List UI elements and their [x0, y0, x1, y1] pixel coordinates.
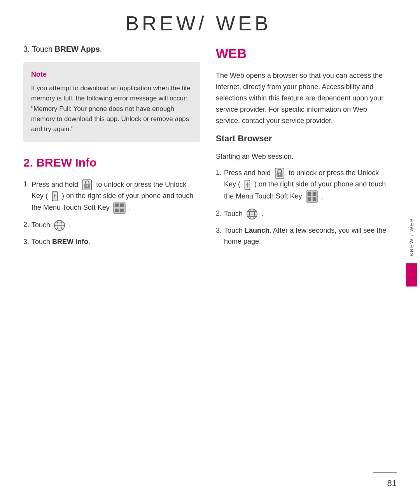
svg-rect-25	[308, 197, 311, 200]
brew-step2-num: 2.	[23, 220, 29, 230]
brew-info-steps: 1. Press and hold to unlock	[23, 179, 200, 248]
brew-step-1: 1. Press and hold to unlock	[23, 179, 200, 214]
svg-rect-24	[313, 192, 316, 195]
globe-icon-2	[246, 208, 258, 220]
left-column: 3. Touch BREW Apps. Note If you attempt …	[23, 43, 200, 473]
svg-point-18	[279, 174, 280, 175]
rb-step3-bold: Launch	[245, 227, 270, 234]
step3-brew-apps: 3. Touch BREW Apps.	[23, 43, 200, 55]
rb-step3-content: Touch Launch. After a few seconds, you w…	[224, 225, 393, 247]
step3-bold: BREW Apps	[55, 45, 100, 53]
brew-step-2: 2. Touch .	[23, 220, 200, 231]
lock-icon-1	[82, 179, 93, 191]
brew-step3-num: 3.	[23, 237, 29, 248]
unlock-key-icon-2	[243, 179, 251, 190]
rb-step3-num: 3.	[216, 225, 222, 236]
menu-icon-2	[306, 190, 318, 203]
svg-rect-10	[120, 209, 124, 212]
rb-step-2: 2. Touch .	[216, 208, 393, 220]
side-tab-bar	[406, 263, 417, 286]
menu-icon-1	[113, 202, 126, 214]
web-heading: WEB	[216, 43, 393, 64]
brew-info-heading: 2. BREW Info	[23, 153, 200, 172]
svg-rect-5	[54, 195, 56, 196]
rb-step2-num: 2.	[216, 208, 222, 219]
rb-step-1: 1. Press and hold to unlock	[216, 167, 393, 202]
start-browser-heading: Start Browser	[216, 132, 393, 145]
brew-step3-bold: BREW Info	[52, 238, 88, 246]
note-text: If you attempt to download an applicatio…	[31, 83, 192, 135]
rb-step1-num: 1.	[216, 167, 222, 178]
page-title: BREW/ WEB	[0, 12, 397, 35]
side-tab: BREW / WEB	[403, 218, 420, 286]
rb-step1-content: Press and hold to unlock or press the Un…	[224, 167, 393, 202]
brew-step3-content: Touch BREW Info.	[32, 237, 200, 248]
rb-step-3: 3. Touch Launch. After a few seconds, yo…	[216, 225, 393, 247]
svg-rect-21	[246, 184, 248, 185]
brew-step1-num: 1.	[23, 179, 29, 190]
web-description: The Web opens a browser so that you can …	[216, 70, 393, 126]
svg-point-2	[86, 185, 88, 187]
svg-rect-23	[308, 192, 311, 195]
starting-text: Starting an Web session.	[216, 151, 393, 162]
svg-rect-9	[115, 209, 119, 212]
svg-rect-7	[115, 204, 119, 207]
svg-rect-8	[120, 204, 124, 207]
step3-period: .	[100, 45, 102, 53]
page: BREW/ WEB BREW / WEB 81 3. Touch BREW Ap…	[0, 0, 420, 504]
brew-step2-content: Touch .	[32, 220, 200, 231]
unlock-key-icon-1	[51, 191, 59, 202]
step3-label: 3. Touch	[23, 45, 55, 53]
lock-icon-2	[274, 167, 285, 179]
right-column: WEB The Web opens a browser so that you …	[216, 43, 393, 473]
side-tab-text: BREW / WEB	[409, 218, 415, 256]
note-box: Note If you attempt to download an appli…	[23, 62, 200, 142]
svg-rect-26	[313, 197, 316, 200]
globe-icon-1	[54, 220, 65, 231]
note-label: Note	[31, 69, 192, 80]
rb-step2-content: Touch .	[224, 208, 393, 220]
browser-steps: 1. Press and hold to unlock	[216, 167, 393, 247]
brew-step-3: 3. Touch BREW Info.	[23, 237, 200, 248]
page-number: 81	[387, 478, 397, 488]
content-area: 3. Touch BREW Apps. Note If you attempt …	[23, 43, 393, 473]
brew-step1-content: Press and hold to unlock or press the Un…	[32, 179, 200, 214]
